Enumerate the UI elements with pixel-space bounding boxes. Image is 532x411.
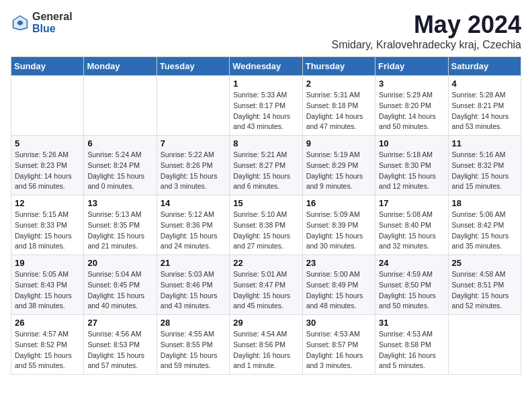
day-info: Sunrise: 5:22 AM Sunset: 8:26 PM Dayligh… (161, 150, 226, 192)
day-info: Sunrise: 4:53 AM Sunset: 8:58 PM Dayligh… (379, 329, 444, 371)
day-number: 31 (379, 318, 444, 328)
calendar-day-cell: 15Sunrise: 5:10 AM Sunset: 8:38 PM Dayli… (230, 195, 302, 255)
calendar-week-row: 1Sunrise: 5:33 AM Sunset: 8:17 PM Daylig… (11, 76, 521, 136)
day-number: 14 (161, 198, 226, 208)
day-number: 2 (306, 79, 371, 89)
calendar-day-cell: 20Sunrise: 5:04 AM Sunset: 8:45 PM Dayli… (84, 255, 157, 315)
calendar-day-cell: 17Sunrise: 5:08 AM Sunset: 8:40 PM Dayli… (375, 195, 448, 255)
day-number: 1 (233, 79, 298, 89)
calendar-day-cell: 13Sunrise: 5:13 AM Sunset: 8:35 PM Dayli… (84, 195, 157, 255)
logo-text: General Blue (32, 11, 73, 34)
logo-general-text: General (32, 11, 73, 23)
day-info: Sunrise: 5:33 AM Sunset: 8:17 PM Dayligh… (233, 90, 298, 132)
day-info: Sunrise: 5:12 AM Sunset: 8:36 PM Dayligh… (161, 210, 226, 252)
day-number: 27 (87, 318, 152, 328)
day-number: 29 (233, 318, 298, 328)
title-area: May 2024 Smidary, Kralovehradecky kraj, … (332, 11, 521, 51)
day-info: Sunrise: 5:03 AM Sunset: 8:46 PM Dayligh… (161, 269, 226, 312)
month-title: May 2024 (332, 11, 521, 39)
calendar-day-cell: 7Sunrise: 5:22 AM Sunset: 8:26 PM Daylig… (157, 136, 229, 195)
calendar-day-cell: 5Sunrise: 5:26 AM Sunset: 8:23 PM Daylig… (11, 136, 84, 195)
day-number: 13 (87, 198, 152, 208)
weekday-header-wednesday: Wednesday (230, 57, 302, 76)
day-info: Sunrise: 5:05 AM Sunset: 8:43 PM Dayligh… (15, 269, 80, 312)
weekday-header-saturday: Saturday (448, 57, 521, 76)
calendar-day-cell: 6Sunrise: 5:24 AM Sunset: 8:24 PM Daylig… (84, 136, 157, 195)
page-header: General Blue May 2024 Smidary, Kralovehr… (11, 11, 521, 51)
calendar-day-cell: 16Sunrise: 5:09 AM Sunset: 8:39 PM Dayli… (302, 195, 375, 255)
day-number: 22 (233, 258, 298, 268)
calendar-day-cell: 10Sunrise: 5:18 AM Sunset: 8:30 PM Dayli… (375, 136, 448, 195)
day-number: 10 (379, 138, 444, 148)
calendar-header-row: SundayMondayTuesdayWednesdayThursdayFrid… (11, 57, 521, 76)
calendar-day-cell: 23Sunrise: 5:00 AM Sunset: 8:49 PM Dayli… (302, 255, 375, 315)
calendar-day-cell: 21Sunrise: 5:03 AM Sunset: 8:46 PM Dayli… (157, 255, 229, 315)
logo-blue-text: Blue (32, 23, 73, 35)
calendar-day-cell: 4Sunrise: 5:28 AM Sunset: 8:21 PM Daylig… (448, 76, 521, 136)
logo: General Blue (11, 11, 73, 34)
day-number: 11 (452, 138, 517, 148)
calendar-day-cell: 1Sunrise: 5:33 AM Sunset: 8:17 PM Daylig… (230, 76, 302, 136)
logo-icon (11, 13, 30, 32)
calendar-day-cell: 28Sunrise: 4:55 AM Sunset: 8:55 PM Dayli… (157, 315, 229, 375)
calendar-empty-cell (448, 315, 521, 375)
day-number: 17 (379, 198, 444, 208)
day-info: Sunrise: 4:54 AM Sunset: 8:56 PM Dayligh… (233, 329, 298, 371)
weekday-header-tuesday: Tuesday (157, 57, 229, 76)
weekday-header-thursday: Thursday (302, 57, 375, 76)
day-number: 19 (15, 258, 80, 268)
day-number: 16 (306, 198, 371, 208)
day-number: 21 (161, 258, 226, 268)
day-number: 3 (379, 79, 444, 89)
day-number: 6 (87, 138, 152, 148)
weekday-header-friday: Friday (375, 57, 448, 76)
calendar-day-cell: 11Sunrise: 5:16 AM Sunset: 8:32 PM Dayli… (448, 136, 521, 195)
day-info: Sunrise: 5:01 AM Sunset: 8:47 PM Dayligh… (233, 269, 298, 312)
day-info: Sunrise: 4:57 AM Sunset: 8:52 PM Dayligh… (15, 329, 80, 371)
day-info: Sunrise: 5:19 AM Sunset: 8:29 PM Dayligh… (306, 150, 371, 192)
day-number: 30 (306, 318, 371, 328)
day-info: Sunrise: 5:09 AM Sunset: 8:39 PM Dayligh… (306, 210, 371, 252)
day-info: Sunrise: 5:31 AM Sunset: 8:18 PM Dayligh… (306, 90, 371, 132)
day-info: Sunrise: 5:26 AM Sunset: 8:23 PM Dayligh… (15, 150, 80, 192)
day-info: Sunrise: 4:53 AM Sunset: 8:57 PM Dayligh… (306, 329, 371, 371)
calendar-day-cell: 9Sunrise: 5:19 AM Sunset: 8:29 PM Daylig… (302, 136, 375, 195)
calendar-week-row: 5Sunrise: 5:26 AM Sunset: 8:23 PM Daylig… (11, 136, 521, 195)
day-info: Sunrise: 4:56 AM Sunset: 8:53 PM Dayligh… (87, 329, 152, 371)
day-number: 8 (233, 138, 298, 148)
day-number: 7 (161, 138, 226, 148)
calendar-day-cell: 12Sunrise: 5:15 AM Sunset: 8:33 PM Dayli… (11, 195, 84, 255)
day-info: Sunrise: 4:58 AM Sunset: 8:51 PM Dayligh… (452, 269, 517, 312)
calendar-day-cell: 27Sunrise: 4:56 AM Sunset: 8:53 PM Dayli… (84, 315, 157, 375)
day-info: Sunrise: 5:29 AM Sunset: 8:20 PM Dayligh… (379, 90, 444, 132)
day-info: Sunrise: 5:04 AM Sunset: 8:45 PM Dayligh… (87, 269, 152, 312)
day-number: 25 (452, 258, 517, 268)
calendar-day-cell: 26Sunrise: 4:57 AM Sunset: 8:52 PM Dayli… (11, 315, 84, 375)
day-info: Sunrise: 5:08 AM Sunset: 8:40 PM Dayligh… (379, 210, 444, 252)
calendar-day-cell: 29Sunrise: 4:54 AM Sunset: 8:56 PM Dayli… (230, 315, 302, 375)
calendar-day-cell: 22Sunrise: 5:01 AM Sunset: 8:47 PM Dayli… (230, 255, 302, 315)
calendar-day-cell: 2Sunrise: 5:31 AM Sunset: 8:18 PM Daylig… (302, 76, 375, 136)
day-number: 15 (233, 198, 298, 208)
location-title: Smidary, Kralovehradecky kraj, Czechia (332, 39, 521, 51)
calendar-day-cell: 3Sunrise: 5:29 AM Sunset: 8:20 PM Daylig… (375, 76, 448, 136)
day-info: Sunrise: 4:55 AM Sunset: 8:55 PM Dayligh… (161, 329, 226, 371)
weekday-header-sunday: Sunday (11, 57, 84, 76)
day-number: 4 (452, 79, 517, 89)
calendar-day-cell: 30Sunrise: 4:53 AM Sunset: 8:57 PM Dayli… (302, 315, 375, 375)
day-info: Sunrise: 5:16 AM Sunset: 8:32 PM Dayligh… (452, 150, 517, 192)
day-info: Sunrise: 5:00 AM Sunset: 8:49 PM Dayligh… (306, 269, 371, 312)
calendar-day-cell: 24Sunrise: 4:59 AM Sunset: 8:50 PM Dayli… (375, 255, 448, 315)
day-number: 23 (306, 258, 371, 268)
calendar-day-cell: 31Sunrise: 4:53 AM Sunset: 8:58 PM Dayli… (375, 315, 448, 375)
calendar-empty-cell (11, 76, 84, 136)
day-number: 20 (87, 258, 152, 268)
calendar-table: SundayMondayTuesdayWednesdayThursdayFrid… (11, 56, 521, 375)
calendar-day-cell: 18Sunrise: 5:06 AM Sunset: 8:42 PM Dayli… (448, 195, 521, 255)
day-number: 9 (306, 138, 371, 148)
day-info: Sunrise: 5:28 AM Sunset: 8:21 PM Dayligh… (452, 90, 517, 132)
day-info: Sunrise: 5:15 AM Sunset: 8:33 PM Dayligh… (15, 210, 80, 252)
day-number: 28 (161, 318, 226, 328)
day-number: 18 (452, 198, 517, 208)
calendar-week-row: 19Sunrise: 5:05 AM Sunset: 8:43 PM Dayli… (11, 255, 521, 315)
